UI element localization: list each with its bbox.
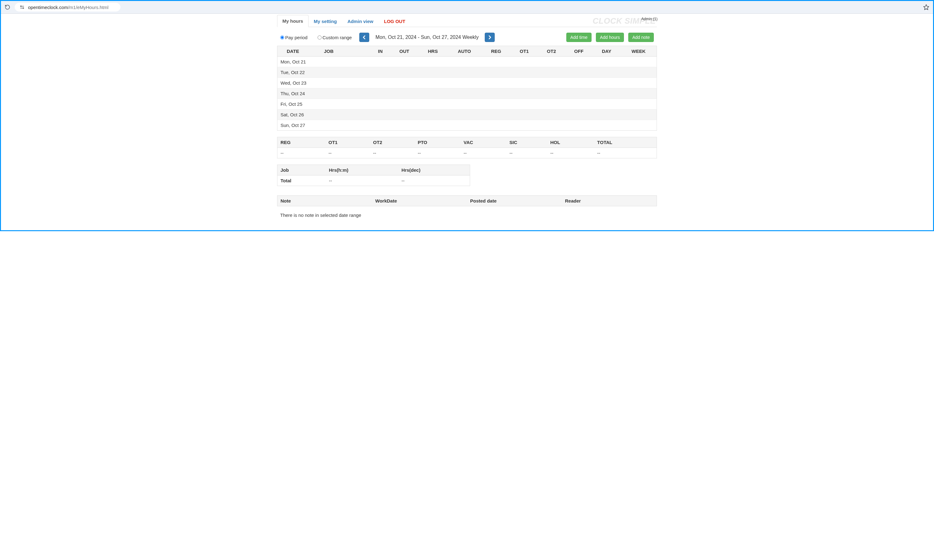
address-bar[interactable]: opentimeclock.com/m1/eMyHours.html: [15, 3, 120, 12]
cell-empty: [565, 67, 593, 78]
cell-empty: [418, 88, 447, 99]
job-col-hrshm: Hrs(h:m): [326, 165, 399, 175]
cell-empty: [321, 57, 371, 67]
col-ot1: OT1: [510, 46, 538, 57]
tab-my-setting[interactable]: My setting: [308, 15, 342, 27]
cell-empty: [621, 78, 657, 88]
sum-val-pto: --: [415, 148, 461, 158]
radio-custom-range[interactable]: Custom range: [317, 35, 352, 40]
star-icon: [923, 4, 929, 10]
cell-empty: [538, 78, 565, 88]
cell-empty: [390, 78, 419, 88]
tab-log-out[interactable]: LOG OUT: [379, 15, 410, 27]
col-ot2: OT2: [538, 46, 565, 57]
cell-empty: [321, 120, 371, 131]
prev-period-button[interactable]: [359, 33, 369, 42]
cell-empty: [538, 57, 565, 67]
tab-my-hours[interactable]: My hours: [277, 15, 308, 27]
cell-empty: [538, 88, 565, 99]
reload-button[interactable]: [4, 4, 11, 11]
radio-pay-period[interactable]: Pay period: [280, 35, 308, 40]
col-off: OFF: [565, 46, 593, 57]
hours-table: DATE JOB IN OUT HRS AUTO REG OT1 OT2 OFF…: [277, 46, 657, 131]
cell-empty: [482, 120, 510, 131]
url-path: /m1/eMyHours.html: [68, 5, 108, 10]
cell-empty: [371, 120, 390, 131]
cell-empty: [447, 67, 482, 78]
sum-val-sic: --: [506, 148, 547, 158]
add-hours-button[interactable]: Add hours: [596, 33, 624, 42]
cell-empty: [621, 109, 657, 120]
job-total-hrsdec: --: [399, 175, 470, 186]
cell-empty: [510, 78, 538, 88]
table-row: Mon, Oct 21: [277, 57, 657, 67]
cell-empty: [418, 57, 447, 67]
cell-empty: [593, 99, 621, 109]
add-note-button[interactable]: Add note: [628, 33, 654, 42]
site-settings-icon[interactable]: [19, 5, 25, 10]
radio-custom-range-input[interactable]: [317, 35, 322, 40]
cell-empty: [321, 78, 371, 88]
cell-empty: [321, 99, 371, 109]
radio-pay-period-label: Pay period: [285, 35, 308, 40]
radio-pay-period-input[interactable]: [280, 35, 284, 40]
notes-table: Note WorkDate Posted date Reader: [277, 195, 657, 206]
radio-custom-range-label: Custom range: [322, 35, 352, 40]
cell-empty: [482, 99, 510, 109]
sum-col-hol: HOL: [547, 137, 594, 148]
table-row: Tue, Oct 22: [277, 67, 657, 78]
col-date: DATE: [277, 46, 321, 57]
cell-empty: [371, 78, 390, 88]
cell-empty: [565, 78, 593, 88]
col-job: JOB: [321, 46, 371, 57]
cell-empty: [538, 120, 565, 131]
admin-tag: Admin (1): [641, 17, 658, 21]
job-header-row: Job Hrs(h:m) Hrs(dec): [277, 165, 470, 175]
next-period-button[interactable]: [485, 33, 495, 42]
cell-empty: [510, 57, 538, 67]
col-week: WEEK: [621, 46, 657, 57]
cell-date: Tue, Oct 22: [277, 67, 321, 78]
cell-empty: [621, 88, 657, 99]
cell-empty: [371, 109, 390, 120]
sum-col-total: TOTAL: [594, 137, 657, 148]
svg-marker-4: [924, 5, 929, 10]
notes-col-note: Note: [277, 196, 372, 206]
reload-icon: [5, 5, 10, 10]
notes-col-workdate: WorkDate: [372, 196, 467, 206]
col-hrs: HRS: [418, 46, 447, 57]
cell-empty: [418, 78, 447, 88]
sum-val-hol: --: [547, 148, 594, 158]
job-total-label: Total: [277, 175, 326, 186]
cell-empty: [593, 78, 621, 88]
cell-empty: [510, 120, 538, 131]
tab-admin-view[interactable]: Admin view: [342, 15, 379, 27]
cell-empty: [510, 99, 538, 109]
cell-empty: [418, 99, 447, 109]
cell-empty: [565, 57, 593, 67]
cell-empty: [447, 120, 482, 131]
page-body: Admin (1) My hours My setting Admin view…: [1, 15, 933, 230]
cell-empty: [482, 78, 510, 88]
cell-empty: [447, 78, 482, 88]
cell-empty: [510, 109, 538, 120]
cell-empty: [390, 109, 419, 120]
job-table: Job Hrs(h:m) Hrs(dec) Total -- --: [277, 165, 470, 186]
cell-empty: [447, 109, 482, 120]
bookmark-button[interactable]: [922, 3, 930, 11]
cell-empty: [510, 88, 538, 99]
cell-empty: [482, 67, 510, 78]
cell-empty: [565, 99, 593, 109]
cell-empty: [390, 88, 419, 99]
cell-empty: [371, 99, 390, 109]
notes-col-reader: Reader: [562, 196, 657, 206]
sum-col-ot1: OT1: [325, 137, 370, 148]
add-time-button[interactable]: Add time: [566, 33, 592, 42]
cell-empty: [390, 120, 419, 131]
sum-val-reg: --: [277, 148, 325, 158]
job-col-job: Job: [277, 165, 326, 175]
date-range-text: Mon, Oct 21, 2024 - Sun, Oct 27, 2024 We…: [374, 35, 480, 40]
table-row: Fri, Oct 25: [277, 99, 657, 109]
cell-date: Mon, Oct 21: [277, 57, 321, 67]
svg-point-0: [20, 6, 22, 7]
